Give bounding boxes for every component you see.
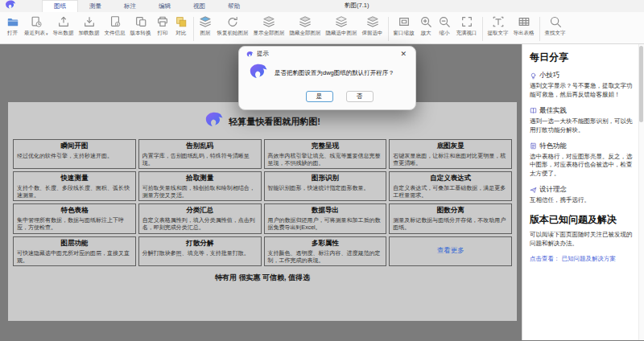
card-title: 完整呈现 bbox=[268, 142, 383, 151]
layers-blue-icon bbox=[199, 14, 213, 28]
leopard-logo-icon bbox=[249, 62, 268, 84]
dialog-title: 提示 bbox=[257, 50, 398, 58]
toolbar-open-button[interactable]: 打开 bbox=[3, 14, 22, 37]
toolbar-recent-list-button[interactable]: 最近列表▾ bbox=[22, 14, 51, 37]
toolbar-export-data-button[interactable]: 导出数据 bbox=[51, 14, 76, 37]
feature-card: 打散分解分解打散块参照、填充等，支持批量打散。 bbox=[138, 236, 262, 266]
toolbar-load-data-button[interactable]: 加载数据 bbox=[76, 14, 102, 37]
yes-button[interactable]: 是 bbox=[306, 91, 333, 102]
folder-icon bbox=[6, 14, 19, 28]
card-description: 右键灰显底图，让标注和底图对比更明显，核查更清晰。 bbox=[393, 152, 508, 166]
text-icon bbox=[491, 14, 505, 28]
toolbar-label: 对比 bbox=[176, 30, 187, 37]
toolbar-label: 导出数据 bbox=[53, 30, 74, 37]
toolbar-export-table-button[interactable]: 导出表格 bbox=[511, 14, 537, 37]
window-title: 豹图(7.1) bbox=[345, 2, 369, 10]
table-icon bbox=[517, 14, 530, 28]
see-more-link[interactable]: 查看更多 bbox=[437, 246, 464, 256]
section-label: 最佳实践 bbox=[539, 106, 567, 116]
feature-card: 数据导出用户的数据归还用户，可将测量和加工后的数据免费导出到Excel。 bbox=[264, 203, 387, 233]
toolbar-hide-selected-layers-button[interactable]: 隐藏选中图层 bbox=[324, 14, 360, 37]
title-bar: 图纸测量标注编辑视图帮助 豹图(7.1) bbox=[0, 0, 644, 12]
card-title: 告别乱码 bbox=[142, 142, 258, 151]
toolbar-separator bbox=[482, 17, 483, 41]
section-text: 遇到文字显示？号不要急，提取文字功能可救急，然后再反馈给客服姐！ bbox=[530, 82, 634, 100]
sidebar-scrollbar[interactable] bbox=[638, 44, 644, 340]
toolbar-label: 放大 bbox=[421, 30, 431, 37]
main-toolbar: 打开最近列表▾导出数据加载数据文件信息版本转换打印对比 图层恢复初始图层 显示全… bbox=[0, 12, 644, 44]
zoomin-icon bbox=[419, 14, 433, 28]
feature-card: 底图灰显右键灰显底图，让标注和底图对比更明显，核查更清晰。 bbox=[389, 139, 512, 169]
close-icon[interactable]: ✕ bbox=[398, 50, 408, 58]
toolbar-window-zoom-button[interactable]: 窗口缩放 bbox=[391, 14, 417, 37]
card-title: 分类汇总 bbox=[142, 206, 258, 216]
doc-icon bbox=[530, 142, 537, 150]
toolbar-file-info-button[interactable]: 文件信息 bbox=[102, 14, 128, 37]
compare-icon bbox=[175, 14, 188, 28]
toolbar-label: 充满视口 bbox=[456, 30, 477, 37]
toolbar-print-button[interactable]: 打印 bbox=[154, 14, 172, 37]
tab-0[interactable]: 图纸 bbox=[42, 0, 78, 12]
toolbar-label: 打印 bbox=[158, 30, 168, 37]
toolbar-hide-all-layers-button[interactable]: 隐藏全部图层 bbox=[287, 14, 324, 37]
toolbar-label: 加载数据 bbox=[79, 30, 100, 37]
sidebar-section: 设计理念互相信任，携手远行。 bbox=[530, 185, 634, 205]
section-label: 设计理念 bbox=[539, 185, 567, 195]
toolbar-label: 提取文字 bbox=[488, 30, 509, 37]
sidebar-title: 每日分享 bbox=[530, 51, 634, 64]
card-description: 支持颜色、透明度、标注内容、进度规范的定制，工作完成的表现。 bbox=[268, 249, 383, 264]
toolbar-extract-text-button[interactable]: 提取文字 bbox=[485, 14, 511, 37]
app-logo-icon bbox=[0, 0, 21, 12]
no-button[interactable]: 否 bbox=[346, 91, 374, 102]
toolbar-label: 版本转换 bbox=[130, 30, 151, 37]
toolbar-restore-layers-button[interactable]: 恢复初始图层 bbox=[215, 14, 251, 37]
card-description: 内置字库，告别图纸乱码，特殊符号清晰呈现。 bbox=[142, 152, 258, 166]
toolbar-fit-viewport-button[interactable]: 充满视口 bbox=[454, 14, 480, 37]
card-description: 自定义表格属性列，填入分类属性值，点击列名，即刻完成分类汇总。 bbox=[142, 216, 258, 231]
tab-4[interactable]: 视图 bbox=[182, 0, 217, 12]
load-icon bbox=[82, 14, 96, 28]
card-description: 分解打散块参照、填充等，支持批量打散。 bbox=[142, 249, 258, 257]
default-program-dialog: 提示 ✕ 是否把豹图设置为dwg图纸的默认打开程序？ 是 否 bbox=[238, 46, 416, 110]
section-text: 选中表格行，对应图形亮显。反之，选中图形，对应表格行也会被选中，检查太方便了。 bbox=[530, 153, 634, 179]
scrollbar-thumb[interactable] bbox=[639, 46, 643, 122]
known-issues-link[interactable]: 点击查看： 已知问题及解决方案 bbox=[530, 255, 634, 263]
toolbar-zoom-in-button[interactable]: 放大 bbox=[417, 14, 436, 37]
card-description: 可快速隐藏选中图元所对应的图层，直接又直观。 bbox=[17, 249, 132, 264]
card-title: 数据导出 bbox=[268, 206, 383, 216]
drawing-canvas[interactable]: 提示 ✕ 是否把豹图设置为dwg图纸的默认打开程序？ 是 否 轻算量快看图就用豹 bbox=[0, 44, 522, 340]
toolbar-layers-button[interactable]: 图层 bbox=[196, 14, 215, 37]
known-issues-title: 版本已知问题及解决 bbox=[530, 213, 634, 227]
convert-icon bbox=[134, 14, 147, 28]
feature-card: 自定义表达式自定义表达式，可叠加工基础数据，满足更多工程量需求。 bbox=[389, 171, 512, 201]
bulb-icon bbox=[530, 72, 537, 80]
dialog-app-icon bbox=[246, 47, 257, 61]
toolbar-find-text-button[interactable]: 查找文字 bbox=[543, 14, 568, 37]
feature-card: 图层功能可快速隐藏选中图元所对应的图层，直接又直观。 bbox=[13, 236, 136, 266]
tab-1[interactable]: 测量 bbox=[78, 0, 113, 12]
tab-2[interactable]: 标注 bbox=[113, 0, 147, 12]
zoomout-icon bbox=[438, 14, 452, 28]
toolbar-keep-selected-button[interactable]: 保留选中 bbox=[360, 14, 386, 37]
toolbar-label: 保留选中 bbox=[362, 30, 383, 37]
toolbar-show-all-layers-button[interactable]: 显示全部图层 bbox=[251, 14, 287, 37]
toolbar-version-convert-button[interactable]: 版本转换 bbox=[128, 14, 154, 37]
recent-icon bbox=[29, 14, 43, 28]
feature-card: 拾取测量可拾取矢量线和圆，独创拾取和绘制相结合，测量方便又灵活。 bbox=[138, 171, 262, 201]
toolbar-separator bbox=[539, 17, 540, 41]
sidebar-section: 小技巧遇到文字显示？号不要急，提取文字功能可救急，然后再反馈给客服姐！ bbox=[530, 71, 634, 100]
feature-card: 多彩属性支持颜色、透明度、标注内容、进度规范的定制，工作完成的表现。 bbox=[264, 236, 387, 266]
restore-icon bbox=[226, 14, 240, 28]
toolbar-compare-button[interactable]: 对比 bbox=[172, 14, 191, 37]
chevron-down-icon[interactable]: ▾ bbox=[46, 31, 48, 36]
tab-3[interactable]: 编辑 bbox=[147, 0, 182, 12]
toolbar-label: 窗口缩放 bbox=[394, 30, 415, 37]
toolbar-label: 最近列表▾ bbox=[24, 30, 48, 37]
tab-5[interactable]: 帮助 bbox=[217, 0, 251, 12]
feature-card: 图数分离测量及标记数据与图纸分开存储，不改动用户图纸。 bbox=[389, 203, 512, 233]
zoomwin-icon bbox=[397, 14, 411, 28]
card-description: 自定义表达式，可叠加工基础数据，满足更多工程量需求。 bbox=[393, 184, 508, 199]
section-label: 特色功能 bbox=[539, 142, 567, 151]
toolbar-zoom-out-button[interactable]: 缩小 bbox=[436, 14, 454, 37]
feature-cards-grid: 瞬间开图经过优化的软件引擎，支持秒速开图。告别乱码内置字库，告别图纸乱码，特殊符… bbox=[13, 139, 512, 266]
